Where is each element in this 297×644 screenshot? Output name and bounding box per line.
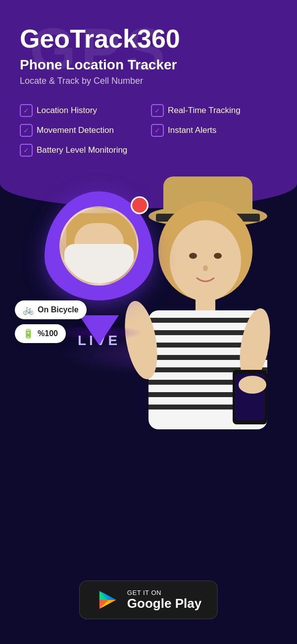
pin-body bbox=[45, 191, 153, 300]
check-icon-realtime: ✓ bbox=[151, 104, 164, 117]
check-icon-movement: ✓ bbox=[20, 124, 33, 137]
check-icon-location: ✓ bbox=[20, 104, 33, 117]
status-badges-container: 🚲 On Bicycle 🔋 %100 bbox=[15, 300, 87, 348]
app-title: GeoTrack360 bbox=[20, 25, 277, 53]
feature-label-instant-alerts: Instant Alerts bbox=[168, 125, 216, 135]
google-play-label: Google Play bbox=[127, 596, 201, 611]
feature-battery-monitoring: ✓ Battery Level Monitoring bbox=[20, 144, 146, 157]
avatar-body bbox=[64, 244, 134, 284]
battery-icon: 🔋 bbox=[23, 328, 34, 339]
svg-point-22 bbox=[239, 376, 266, 394]
live-indicator-dot bbox=[131, 196, 148, 214]
feature-label-real-time-tracking: Real-Time Tracking bbox=[168, 106, 241, 116]
svg-point-5 bbox=[189, 253, 197, 259]
feature-instant-alerts: ✓ Instant Alerts bbox=[151, 124, 277, 137]
app-subtitle: Phone Location Tracker bbox=[20, 57, 277, 73]
svg-point-7 bbox=[203, 265, 208, 271]
transport-label: On Bicycle bbox=[38, 305, 79, 314]
google-play-icon bbox=[96, 588, 119, 612]
google-play-button[interactable]: GET IT ON Google Play bbox=[79, 581, 218, 619]
svg-point-4 bbox=[170, 220, 241, 301]
feature-movement-detection: ✓ Movement Detection bbox=[20, 124, 146, 137]
visual-section: LIVE 🚲 On Bicycle 🔋 %100 bbox=[20, 162, 277, 439]
features-list: ✓ Location History ✓ Real-Time Tracking … bbox=[20, 104, 277, 157]
play-store-text: GET IT ON Google Play bbox=[127, 589, 201, 611]
feature-real-time-tracking: ✓ Real-Time Tracking bbox=[151, 104, 277, 117]
bicycle-icon: 🚲 bbox=[23, 304, 34, 315]
transport-badge: 🚲 On Bicycle bbox=[15, 300, 87, 319]
app-tagline: Locate & Track by Cell Number bbox=[20, 76, 277, 86]
feature-label-location-history: Location History bbox=[37, 106, 97, 116]
check-icon-alerts: ✓ bbox=[151, 124, 164, 137]
feature-location-history: ✓ Location History bbox=[20, 104, 146, 117]
get-it-on-label: GET IT ON bbox=[127, 589, 201, 596]
check-icon-battery: ✓ bbox=[20, 144, 33, 157]
play-store-section: GET IT ON Google Play bbox=[79, 581, 218, 619]
battery-label: %100 bbox=[38, 329, 58, 338]
svg-point-6 bbox=[214, 253, 222, 259]
tracked-user-avatar bbox=[59, 206, 139, 286]
feature-label-battery-monitoring: Battery Level Monitoring bbox=[37, 145, 127, 155]
feature-label-movement-detection: Movement Detection bbox=[37, 125, 114, 135]
battery-badge: 🔋 %100 bbox=[15, 324, 66, 343]
